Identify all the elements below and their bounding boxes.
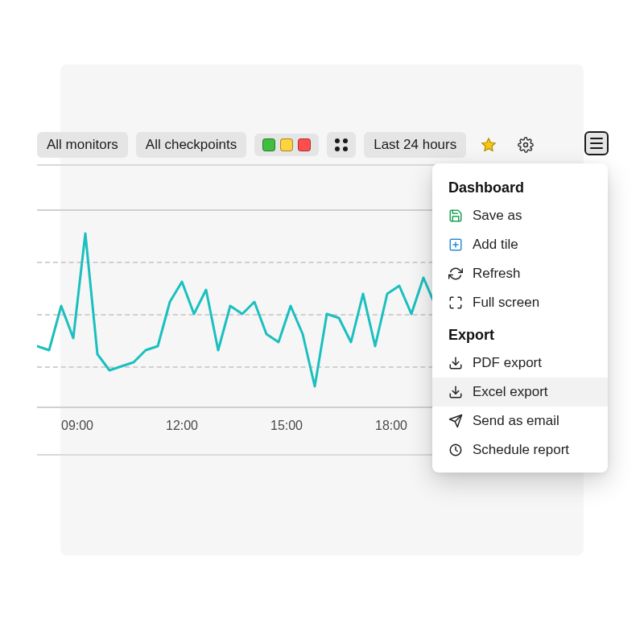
chart-x-tick-label: 18:00 — [375, 419, 407, 433]
status-error-icon — [298, 138, 311, 151]
download-icon — [448, 385, 463, 399]
monitors-filter[interactable]: All monitors — [37, 132, 128, 158]
checkpoints-filter-label: All checkpoints — [146, 137, 237, 153]
svg-marker-0 — [482, 138, 496, 151]
grid-view-button[interactable] — [327, 132, 356, 158]
dashboard-menu-item[interactable]: Save as — [432, 201, 608, 230]
send-icon — [448, 414, 463, 428]
chart-x-tick-label: 12:00 — [166, 419, 198, 433]
svg-point-1 — [524, 143, 528, 147]
checkpoints-filter[interactable]: All checkpoints — [136, 132, 246, 158]
export-menu-item-label: Schedule report — [473, 442, 592, 458]
timerange-filter[interactable]: Last 24 hours — [364, 132, 466, 158]
chart-x-tick-label: 15:00 — [270, 419, 303, 433]
download-icon — [448, 356, 463, 370]
menu-icon-bar — [590, 142, 603, 144]
dashboard-menu-item-label: Refresh — [473, 266, 592, 282]
dashboard-menu-item-label: Full screen — [473, 295, 592, 311]
status-filter[interactable] — [254, 134, 319, 156]
clock-icon — [448, 443, 463, 457]
dashboard-menu-item-label: Save as — [473, 208, 592, 224]
export-menu-item[interactable]: Send as email — [432, 407, 608, 436]
status-warn-icon — [280, 138, 293, 151]
status-ok-icon — [262, 138, 275, 151]
refresh-icon — [448, 266, 463, 281]
menu-icon-bar — [590, 147, 603, 149]
menu-button[interactable] — [584, 131, 609, 155]
dashboard-menu-item[interactable]: Add tile — [432, 230, 608, 259]
menu-icon-bar — [590, 138, 603, 139]
dashboard-menu-dropdown: Dashboard Save asAdd tileRefreshFull scr… — [432, 163, 608, 473]
export-menu-item[interactable]: PDF export — [432, 349, 608, 378]
fullscreen-icon — [448, 295, 463, 310]
toolbar: All monitors All checkpoints Last 24 hou… — [37, 129, 540, 161]
app-canvas: All monitors All checkpoints Last 24 hou… — [0, 0, 644, 644]
export-menu-item-label: Send as email — [473, 413, 592, 429]
settings-button[interactable] — [511, 132, 540, 158]
monitors-filter-label: All monitors — [47, 137, 118, 153]
grid-icon — [334, 138, 349, 152]
dropdown-heading-dashboard: Dashboard — [432, 175, 608, 201]
export-menu-item[interactable]: Schedule report — [432, 436, 608, 464]
dashboard-menu-item-label: Add tile — [473, 237, 592, 253]
save-icon — [448, 208, 463, 223]
export-menu-item-label: Excel export — [473, 384, 592, 400]
timerange-label: Last 24 hours — [374, 137, 456, 153]
gear-icon — [518, 137, 534, 153]
export-menu-item[interactable]: Excel export — [432, 378, 608, 407]
dropdown-heading-export: Export — [432, 322, 608, 349]
add-tile-icon — [448, 237, 463, 252]
favorite-button[interactable] — [474, 132, 503, 158]
dashboard-menu-item[interactable]: Full screen — [432, 288, 608, 317]
star-icon — [481, 137, 497, 153]
export-menu-item-label: PDF export — [473, 355, 592, 371]
dashboard-menu-item[interactable]: Refresh — [432, 259, 608, 288]
chart-x-tick-label: 09:00 — [61, 419, 93, 433]
